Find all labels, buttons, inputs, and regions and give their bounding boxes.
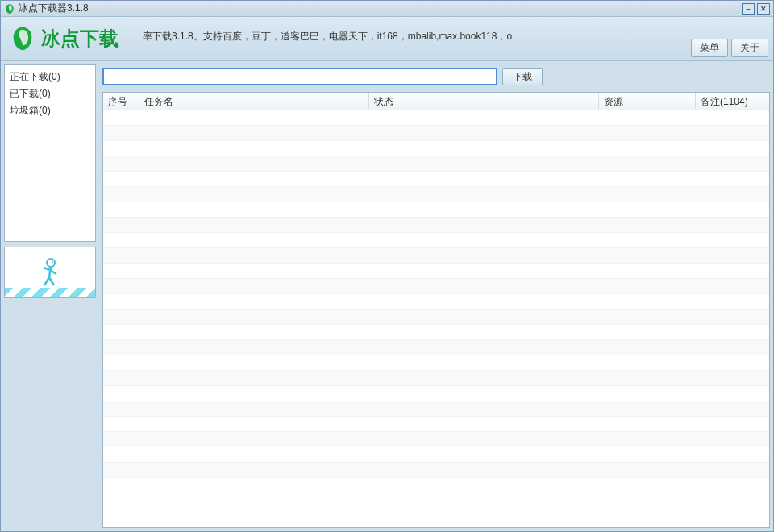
task-table: 序号 任务名 状态 资源 备注(1104) (102, 92, 770, 528)
table-row (103, 325, 769, 340)
header-info-text: 率下载3.1.8。支持百度，豆丁，道客巴巴，电器天下，it168，mbalib,… (143, 30, 512, 44)
table-row (103, 386, 769, 401)
svg-point-0 (47, 259, 55, 267)
table-row (103, 264, 769, 279)
table-row (103, 187, 769, 202)
table-row (103, 156, 769, 172)
body: 正在下载(0) 已下载(0) 垃圾箱(0) 下载 (1, 61, 773, 531)
logo-section: 冰点下载 (9, 25, 119, 52)
col-note[interactable]: 备注(1104) (696, 93, 769, 110)
svg-line-5 (44, 277, 49, 285)
titlebar-buttons: – ✕ (742, 3, 770, 15)
app-window: 冰点下载器3.1.8 – ✕ 冰点下载 率下载3.1.8。支持百度，豆丁，道客巴… (0, 0, 774, 532)
table-row (103, 141, 769, 156)
table-row (103, 340, 769, 355)
close-button[interactable]: ✕ (757, 3, 770, 15)
stripes-decor (5, 288, 95, 297)
table-row (103, 371, 769, 386)
col-name[interactable]: 任务名 (139, 93, 369, 110)
table-row (103, 279, 769, 294)
logo-text: 冰点下载 (41, 26, 119, 52)
url-input[interactable] (102, 68, 497, 85)
titlebar-title: 冰点下载器3.1.8 (19, 2, 742, 15)
sidebar-list: 正在下载(0) 已下载(0) 垃圾箱(0) (4, 64, 96, 242)
header-buttons: 菜单 关于 (691, 39, 768, 57)
stickman-icon (38, 256, 62, 289)
table-row (103, 172, 769, 187)
about-button[interactable]: 关于 (731, 39, 768, 57)
table-row (103, 218, 769, 233)
sidebar: 正在下载(0) 已下载(0) 垃圾箱(0) (1, 61, 99, 531)
url-row: 下载 (99, 64, 770, 92)
table-header: 序号 任务名 状态 资源 备注(1104) (103, 93, 769, 110)
svg-line-2 (49, 267, 51, 277)
svg-line-6 (49, 277, 54, 285)
table-row (103, 233, 769, 248)
col-status[interactable]: 状态 (369, 93, 599, 110)
table-row (103, 126, 769, 141)
table-row (103, 294, 769, 310)
minimize-button[interactable]: – (742, 3, 755, 15)
table-row (103, 202, 769, 218)
table-row (103, 432, 769, 447)
table-row (103, 401, 769, 417)
download-button[interactable]: 下载 (502, 68, 543, 85)
sidebar-item-trash[interactable]: 垃圾箱(0) (10, 102, 90, 119)
col-resource[interactable]: 资源 (599, 93, 696, 110)
titlebar: 冰点下载器3.1.8 – ✕ (1, 1, 773, 17)
header: 冰点下载 率下载3.1.8。支持百度，豆丁，道客巴巴，电器天下，it168，mb… (1, 17, 773, 61)
table-row (103, 417, 769, 432)
sidebar-ad (4, 247, 96, 298)
svg-point-1 (52, 261, 53, 263)
table-row (103, 463, 769, 478)
sidebar-item-downloaded[interactable]: 已下载(0) (10, 85, 90, 102)
table-row (103, 447, 769, 463)
table-row (103, 248, 769, 264)
table-row (103, 355, 769, 371)
sidebar-item-downloading[interactable]: 正在下载(0) (10, 69, 90, 85)
app-icon (4, 3, 15, 15)
col-seq[interactable]: 序号 (103, 93, 139, 110)
main: 下载 序号 任务名 状态 资源 备注(1104) (99, 61, 773, 531)
svg-line-3 (44, 268, 50, 270)
table-body[interactable] (103, 110, 769, 527)
table-row (103, 310, 769, 325)
logo-icon (9, 25, 36, 52)
menu-button[interactable]: 菜单 (691, 39, 728, 57)
table-row (103, 110, 769, 126)
